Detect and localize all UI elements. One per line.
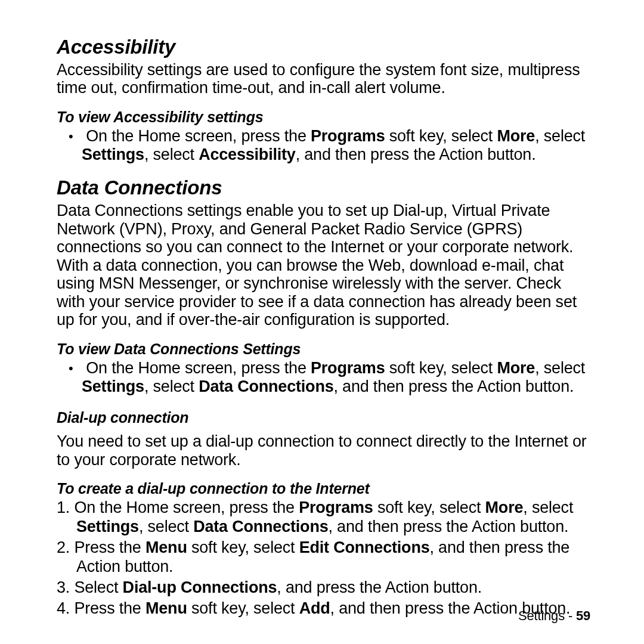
text: Select — [74, 578, 122, 596]
step-1: On the Home screen, press the Programs s… — [57, 499, 590, 537]
bold-more: More — [497, 127, 535, 145]
text: On the Home screen, press the — [86, 127, 311, 145]
text: , and then press the Action button. — [329, 518, 569, 535]
bold-settings: Settings — [76, 518, 139, 535]
bullet-list: On the Home screen, press the Programs s… — [57, 359, 590, 396]
step-2: Press the Menu soft key, select Edit Con… — [57, 538, 590, 577]
bullet-list: On the Home screen, press the Programs s… — [57, 127, 590, 164]
text: Press the — [74, 538, 145, 556]
data-connections-intro: Data Connections settings enable you to … — [57, 202, 590, 329]
bold-menu: Menu — [145, 599, 187, 617]
bold-data-connections: Data Connections — [193, 518, 328, 535]
bold-settings: Settings — [82, 377, 144, 395]
text: On the Home screen, press the — [86, 359, 311, 377]
bold-settings: Settings — [82, 145, 144, 163]
footer-section: Settings — [518, 608, 565, 623]
bold-programs: Programs — [299, 499, 373, 516]
bold-add: Add — [299, 599, 330, 617]
text: , select — [144, 145, 199, 163]
dialup-intro: You need to set up a dial-up connection … — [57, 432, 590, 469]
text: , and then press the Action button. — [296, 145, 536, 163]
text: soft key, select — [187, 538, 299, 556]
bold-programs: Programs — [311, 359, 385, 377]
text: , select — [535, 359, 585, 377]
heading-view-data-connections: To view Data Connections Settings — [57, 340, 590, 358]
text: soft key, select — [373, 499, 485, 516]
list-item: On the Home screen, press the Programs s… — [63, 359, 590, 396]
bold-accessibility: Accessibility — [199, 145, 296, 163]
footer-page-number: 59 — [576, 608, 590, 623]
heading-view-accessibility: To view Accessibility settings — [57, 108, 590, 126]
bold-menu: Menu — [145, 538, 187, 556]
bold-data-connections: Data Connections — [199, 377, 333, 395]
heading-create-dialup: To create a dial-up connection to the In… — [57, 479, 590, 497]
ordered-steps: On the Home screen, press the Programs s… — [57, 499, 590, 618]
text: , select — [523, 499, 573, 516]
footer-dash: - — [565, 608, 576, 623]
text: , select — [139, 518, 193, 535]
text: , select — [535, 127, 585, 145]
bold-dialup-connections: Dial-up Connections — [123, 578, 277, 596]
text: soft key, select — [187, 599, 299, 617]
heading-dialup: Dial-up connection — [57, 408, 590, 426]
bold-programs: Programs — [311, 127, 385, 145]
text: , and then press the Action button. — [334, 377, 574, 395]
bold-more: More — [485, 499, 524, 516]
text: , and press the Action button. — [277, 578, 482, 596]
accessibility-intro: Accessibility settings are used to confi… — [57, 61, 590, 97]
bold-edit-connections: Edit Connections — [299, 538, 430, 556]
text: , select — [144, 377, 199, 395]
page-footer: Settings - 59 — [518, 608, 590, 624]
text: On the Home screen, press the — [74, 499, 299, 516]
text: soft key, select — [385, 359, 497, 377]
bold-more: More — [497, 359, 535, 377]
text: Press the — [74, 599, 145, 617]
step-4: Press the Menu soft key, select Add, and… — [57, 599, 590, 618]
text: soft key, select — [385, 127, 497, 145]
heading-accessibility: Accessibility — [57, 36, 590, 58]
document-page: Accessibility Accessibility settings are… — [0, 0, 644, 644]
heading-data-connections: Data Connections — [57, 177, 590, 199]
step-3: Select Dial-up Connections, and press th… — [57, 578, 590, 597]
list-item: On the Home screen, press the Programs s… — [63, 127, 590, 164]
